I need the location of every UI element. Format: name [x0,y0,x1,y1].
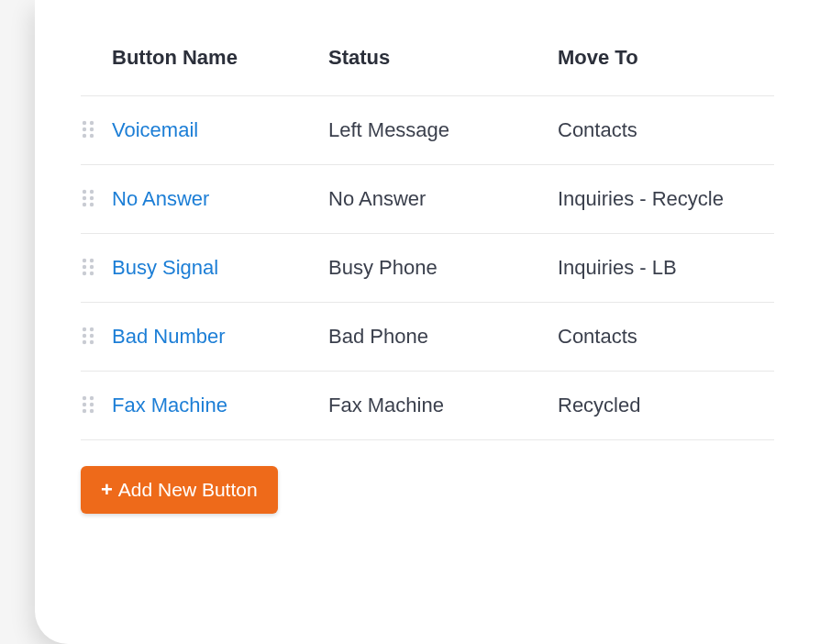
add-new-button[interactable]: + Add New Button [81,466,278,514]
status-cell: Fax Machine [328,394,444,416]
status-cell: Bad Phone [328,325,428,348]
header-move-to: Move To [558,46,638,69]
buttons-table: Button Name Status Move To Voicemail [81,37,774,514]
move-to-cell: Inquiries - LB [558,256,677,279]
plus-icon: + [101,480,113,500]
svg-point-29 [90,409,94,413]
svg-point-16 [83,272,86,275]
table-row: Busy Signal Busy Phone Inquiries - LB [81,234,774,303]
svg-point-10 [83,203,86,206]
table-row: No Answer No Answer Inquiries - Recycle [81,165,774,234]
svg-point-0 [83,121,86,125]
svg-point-4 [83,134,86,138]
button-name-link[interactable]: Busy Signal [112,256,218,280]
status-cell: Busy Phone [328,256,438,279]
svg-point-6 [83,190,86,194]
buttons-config-card: Button Name Status Move To Voicemail [35,0,820,644]
status-cell: No Answer [328,187,426,210]
svg-point-27 [90,403,94,406]
drag-handle-icon[interactable] [81,119,103,141]
svg-point-2 [83,128,86,131]
svg-point-25 [90,396,94,400]
svg-point-1 [90,121,94,125]
svg-point-8 [83,196,86,200]
svg-point-17 [90,272,94,275]
svg-point-14 [83,265,86,269]
move-to-cell: Contacts [558,325,637,348]
button-name-link[interactable]: Fax Machine [112,394,227,417]
move-to-cell: Contacts [558,118,637,141]
svg-point-22 [83,340,86,344]
button-name-link[interactable]: No Answer [112,187,209,211]
svg-point-26 [83,403,86,406]
svg-point-21 [90,334,94,338]
svg-point-24 [83,396,86,400]
drag-handle-icon[interactable] [81,188,103,210]
status-cell: Left Message [328,118,449,141]
svg-point-12 [83,259,86,262]
header-status: Status [328,46,390,69]
svg-point-23 [90,340,94,344]
svg-point-28 [83,409,86,413]
svg-point-19 [90,328,94,331]
table-row: Bad Number Bad Phone Contacts [81,303,774,372]
drag-handle-icon[interactable] [81,257,103,279]
svg-point-3 [90,128,94,131]
svg-point-18 [83,328,86,331]
svg-point-7 [90,190,94,194]
move-to-cell: Recycled [558,394,640,416]
svg-point-13 [90,259,94,262]
table-footer: + Add New Button [81,440,774,514]
svg-point-11 [90,203,94,206]
button-name-link[interactable]: Voicemail [112,118,198,142]
svg-point-5 [90,134,94,138]
move-to-cell: Inquiries - Recycle [558,187,724,210]
table-header-row: Button Name Status Move To [81,37,774,96]
header-button-name: Button Name [112,46,238,70]
drag-handle-icon[interactable] [81,326,103,348]
button-name-link[interactable]: Bad Number [112,325,226,349]
drag-handle-icon[interactable] [81,394,103,416]
svg-point-15 [90,265,94,269]
add-new-button-label: Add New Button [118,479,258,501]
svg-point-9 [90,196,94,200]
table-row: Voicemail Left Message Contacts [81,96,774,165]
svg-point-20 [83,334,86,338]
table-row: Fax Machine Fax Machine Recycled [81,372,774,440]
